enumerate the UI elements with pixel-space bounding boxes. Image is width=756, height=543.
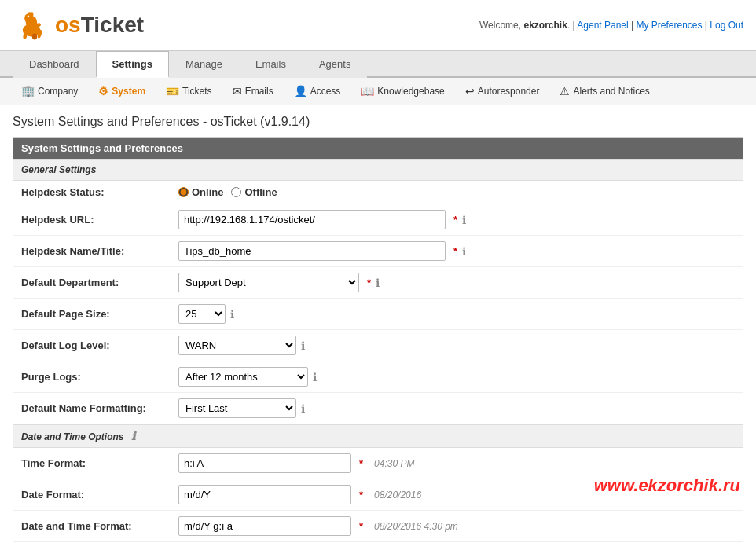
date-format-input[interactable] xyxy=(178,485,351,504)
svg-point-5 xyxy=(28,16,29,17)
subnav-access-label: Access xyxy=(310,86,341,97)
default-name-formatting-label: Default Name Formatting: xyxy=(21,402,178,414)
helpdesk-name-label: Helpdesk Name/Title: xyxy=(21,245,178,257)
subnav-access[interactable]: 👤 Access xyxy=(285,81,350,101)
offline-radio-label[interactable]: Offline xyxy=(231,186,277,198)
helpdesk-name-required: * xyxy=(453,245,457,257)
agent-panel-link[interactable]: Agent Panel xyxy=(577,20,628,31)
time-format-input[interactable] xyxy=(178,453,351,473)
purge-logs-help-icon[interactable]: ℹ xyxy=(313,371,317,383)
default-name-formatting-control: First Last Last First ℹ xyxy=(178,398,735,418)
helpdesk-status-control: Online Offline xyxy=(178,186,735,198)
default-page-size-select[interactable]: 25 xyxy=(178,304,226,324)
online-radio-label[interactable]: Online xyxy=(178,186,223,198)
subnav-company[interactable]: 🏢 Company xyxy=(13,81,86,101)
date-format-preview: 08/20/2016 xyxy=(374,490,421,501)
status-radio-group: Online Offline xyxy=(178,186,277,198)
subnav-system[interactable]: ⚙ System xyxy=(90,81,154,101)
date-format-row: Date Format: * 08/20/2016 xyxy=(13,479,743,511)
helpdesk-status-label: Helpdesk Status: xyxy=(21,186,178,198)
nav-agents[interactable]: Agents xyxy=(303,51,367,78)
online-label: Online xyxy=(192,186,223,198)
my-preferences-link[interactable]: My Preferences xyxy=(636,20,702,31)
settings-panel: System Settings and Preferences General … xyxy=(13,137,743,543)
helpdesk-name-input[interactable] xyxy=(178,241,446,261)
helpdesk-name-row: Helpdesk Name/Title: * ℹ xyxy=(13,236,743,267)
company-icon: 🏢 xyxy=(21,85,35,97)
settings-panel-header: System Settings and Preferences xyxy=(13,138,743,159)
logout-link[interactable]: Log Out xyxy=(710,20,743,31)
date-format-label: Date Format: xyxy=(21,489,178,501)
datetime-format-input[interactable] xyxy=(178,516,351,536)
autoresponder-icon: ↩ xyxy=(465,85,475,97)
helpdesk-url-row: Helpdesk URL: * ℹ xyxy=(13,204,743,236)
helpdesk-url-help-icon[interactable]: ℹ xyxy=(462,214,466,226)
datetime-format-control: * 08/20/2016 4:30 pm xyxy=(178,516,735,536)
datetime-format-required: * xyxy=(359,520,363,532)
default-dept-row: Default Department: Support Dept * ℹ xyxy=(13,267,743,299)
datetime-format-label: Date and Time Format: xyxy=(21,520,178,532)
subnav-tickets-label: Tickets xyxy=(182,86,212,97)
nav-manage[interactable]: Manage xyxy=(169,51,239,78)
helpdesk-url-input[interactable] xyxy=(178,210,446,229)
section-datetime: Date and Time Options ℹ xyxy=(13,424,743,448)
subnav-company-label: Company xyxy=(38,86,78,97)
header: osTicket Welcome, ekzorchik. | Agent Pan… xyxy=(0,0,756,51)
helpdesk-name-help-icon[interactable]: ℹ xyxy=(462,245,466,258)
access-icon: 👤 xyxy=(294,85,307,97)
default-log-level-select[interactable]: WARN DEBUG INFO ERROR xyxy=(178,336,296,355)
helpdesk-name-control: * ℹ xyxy=(178,241,735,261)
nav-settings[interactable]: Settings xyxy=(96,51,169,78)
nav-dashboard[interactable]: Dashboard xyxy=(13,51,96,78)
tickets-icon: 🎫 xyxy=(166,85,179,97)
default-dept-control: Support Dept * ℹ xyxy=(178,273,735,292)
kangaroo-logo xyxy=(13,6,50,44)
purge-logs-select[interactable]: After 12 months Never After 1 month Afte… xyxy=(178,367,308,387)
default-log-level-control: WARN DEBUG INFO ERROR ℹ xyxy=(178,336,735,355)
nav-emails[interactable]: Emails xyxy=(239,51,303,78)
default-page-size-row: Default Page Size: 25 ℹ xyxy=(13,299,743,330)
subnav-autoresponder[interactable]: ↩ Autoresponder xyxy=(457,81,549,101)
helpdesk-url-label: Helpdesk URL: xyxy=(21,214,178,226)
subnav-alerts-label: Alerts and Notices xyxy=(573,86,649,97)
knowledgebase-icon: 📖 xyxy=(361,85,374,97)
subnav-alerts[interactable]: ⚠ Alerts and Notices xyxy=(551,81,658,101)
svg-point-4 xyxy=(31,12,33,17)
subnav-ar-label: Autoresponder xyxy=(478,86,540,97)
page-title-text: System Settings and Preferences xyxy=(13,115,199,128)
datetime-format-preview: 08/20/2016 4:30 pm xyxy=(374,521,458,532)
default-name-formatting-row: Default Name Formatting: First Last Last… xyxy=(13,393,743,424)
helpdesk-url-control: * ℹ xyxy=(178,210,735,229)
username: ekzorchik xyxy=(523,20,567,31)
subnav-emails[interactable]: ✉ Emails xyxy=(224,81,282,101)
logo-text: osTicket xyxy=(55,13,144,38)
section-datetime-text: Date and Time Options xyxy=(21,431,123,442)
default-dept-required: * xyxy=(367,277,371,288)
datetime-section-help-icon[interactable]: ℹ xyxy=(131,430,135,442)
page-title: System Settings and Preferences - osTick… xyxy=(13,115,743,129)
time-format-preview: 04:30 PM xyxy=(374,458,414,469)
helpdesk-status-row: Helpdesk Status: Online Offline xyxy=(13,181,743,204)
main-nav: Dashboard Settings Manage Emails Agents xyxy=(0,51,756,78)
subnav-knowledgebase[interactable]: 📖 Knowledgebase xyxy=(352,81,453,101)
default-dept-help-icon[interactable]: ℹ xyxy=(376,277,380,289)
subnav-tickets[interactable]: 🎫 Tickets xyxy=(157,81,221,101)
user-info: Welcome, ekzorchik. | Agent Panel | My P… xyxy=(479,20,743,31)
page-content: System Settings and Preferences - osTick… xyxy=(0,105,756,543)
default-page-size-label: Default Page Size: xyxy=(21,308,178,320)
subnav-kb-label: Knowledgebase xyxy=(377,86,444,97)
name-formatting-help-icon[interactable]: ℹ xyxy=(301,402,305,415)
purge-logs-control: After 12 months Never After 1 month Afte… xyxy=(178,367,735,387)
default-page-size-help-icon[interactable]: ℹ xyxy=(230,308,234,321)
default-name-formatting-select[interactable]: First Last Last First xyxy=(178,398,296,418)
default-dept-select[interactable]: Support Dept xyxy=(178,273,359,292)
welcome-text: Welcome, xyxy=(479,20,521,31)
sub-nav: 🏢 Company ⚙ System 🎫 Tickets ✉ Emails 👤 … xyxy=(0,78,756,105)
offline-radio[interactable] xyxy=(231,187,241,197)
log-level-help-icon[interactable]: ℹ xyxy=(301,339,305,352)
time-format-control: * 04:30 PM xyxy=(178,453,735,473)
online-radio[interactable] xyxy=(178,187,189,197)
default-dept-label: Default Department: xyxy=(21,277,178,288)
default-log-level-label: Default Log Level: xyxy=(21,339,178,351)
default-page-size-control: 25 ℹ xyxy=(178,304,735,324)
